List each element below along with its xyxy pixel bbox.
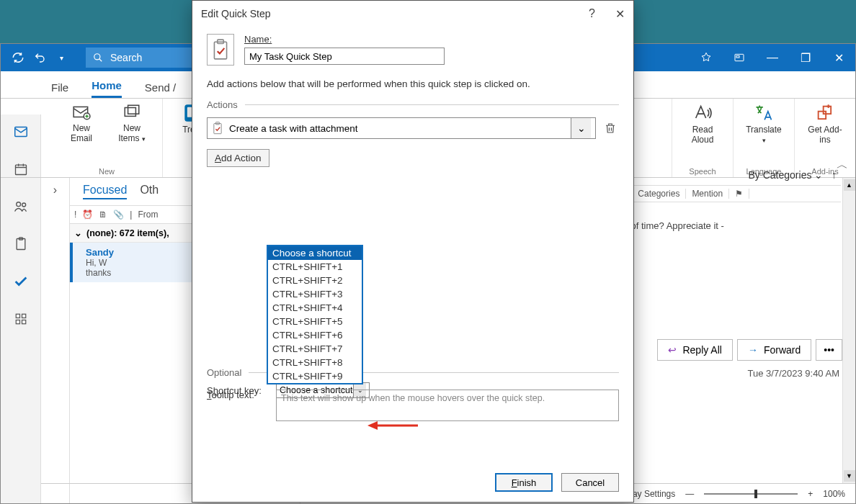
more-actions-button[interactable]: ••• — [816, 339, 842, 361]
scrollbar[interactable]: ▲ ▼ — [842, 178, 855, 483]
translate-label: Translate ▾ — [744, 125, 784, 145]
zoom-in-icon[interactable]: + — [808, 489, 813, 499]
svg-point-6 — [22, 203, 25, 207]
svg-rect-11 — [16, 320, 19, 324]
dialog-help-button[interactable]: ? — [589, 7, 595, 21]
arrange-by[interactable]: By Categories ⌄ ↑ — [603, 163, 841, 185]
tooltip-input[interactable]: This text will show up when the mouse ho… — [276, 390, 619, 421]
name-input[interactable] — [244, 48, 445, 65]
tab-home[interactable]: Home — [92, 79, 122, 98]
new-email-label: New Email — [61, 123, 102, 143]
list-item[interactable]: Choose a shortcut — [268, 246, 362, 260]
svg-rect-12 — [22, 320, 25, 324]
forward-button[interactable]: →Forward — [737, 339, 811, 361]
new-email-button[interactable]: New Email — [61, 103, 102, 143]
svg-rect-22 — [214, 42, 226, 59]
reply-all-button[interactable]: ↩Reply All — [657, 339, 732, 361]
shortcut-listbox[interactable]: Choose a shortcut CTRL+SHIFT+1 CTRL+SHIF… — [267, 245, 363, 384]
reply-all-icon: ↩ — [668, 344, 677, 356]
delete-action-button[interactable] — [602, 120, 619, 137]
list-item[interactable]: CTRL+SHIFT+9 — [268, 369, 362, 383]
maximize-button[interactable]: ❐ — [789, 44, 822, 71]
scroll-down-icon[interactable]: ▼ — [844, 470, 855, 482]
new-items-label: New Items ▾ — [112, 123, 152, 143]
svg-rect-24 — [214, 124, 221, 134]
folder-pane-collapse[interactable]: › — [41, 178, 70, 503]
zoom-slider[interactable] — [704, 493, 798, 495]
rail-apps-icon[interactable] — [12, 310, 30, 328]
svg-marker-27 — [367, 421, 378, 430]
close-button[interactable]: ✕ — [822, 44, 855, 71]
addins-icon — [815, 103, 835, 123]
svg-rect-2 — [736, 55, 739, 58]
instruction-text: Add actions below that will be performed… — [207, 78, 619, 89]
tab-send-receive[interactable]: Send / — [145, 81, 176, 98]
svg-rect-16 — [128, 105, 139, 114]
read-aloud-label: Read Aloud — [682, 125, 723, 145]
forward-icon: → — [748, 344, 758, 356]
trash-icon — [604, 122, 617, 135]
get-addins-button[interactable]: Get Add-ins — [805, 103, 845, 145]
coming-soon-icon[interactable] — [723, 44, 756, 71]
reading-columns: Size Categories Mention ⚑ — [603, 185, 841, 202]
list-item[interactable]: CTRL+SHIFT+8 — [268, 356, 362, 369]
svg-rect-9 — [16, 314, 19, 318]
dialog-titlebar: Edit Quick Step ? ✕ — [192, 1, 633, 27]
col-icon-icon[interactable]: 🗎 — [99, 210, 107, 220]
sync-icon[interactable] — [11, 50, 25, 65]
dialog-title: Edit Quick Step — [201, 8, 271, 19]
list-item[interactable]: CTRL+SHIFT+7 — [268, 342, 362, 356]
col-attach-icon[interactable]: 📎 — [113, 210, 124, 220]
mail-plus-icon — [71, 103, 92, 122]
premium-icon[interactable] — [690, 44, 723, 71]
search-icon — [93, 53, 103, 63]
rail-tasks-icon[interactable] — [12, 235, 30, 253]
svg-point-0 — [94, 54, 100, 60]
list-item[interactable]: CTRL+SHIFT+6 — [268, 328, 362, 342]
col-reminder-icon[interactable]: ⏰ — [82, 210, 93, 220]
translate-button[interactable]: Translate ▾ — [744, 103, 784, 145]
list-item[interactable]: CTRL+SHIFT+1 — [268, 260, 362, 274]
svg-rect-21 — [824, 107, 832, 114]
read-aloud-button[interactable]: Read Aloud — [682, 103, 723, 145]
svg-rect-15 — [125, 108, 135, 117]
translate-icon — [754, 103, 774, 123]
cancel-button[interactable]: Cancel — [561, 473, 619, 492]
clipboard-icon — [212, 122, 223, 135]
list-item[interactable]: CTRL+SHIFT+2 — [268, 274, 362, 287]
action-dropdown-icon[interactable]: ⌄ — [571, 118, 591, 138]
rail-todo-icon[interactable] — [12, 273, 30, 290]
list-item[interactable]: CTRL+SHIFT+3 — [268, 287, 362, 301]
group-new-label: New — [99, 167, 115, 177]
svg-rect-20 — [819, 112, 826, 120]
dialog-close-button[interactable]: ✕ — [615, 7, 625, 21]
zoom-out-icon[interactable]: — — [685, 489, 694, 499]
tab-other[interactable]: Oth — [140, 184, 159, 199]
thread-preview[interactable]: 57... head of time? Appreciate it - — [603, 202, 841, 238]
col-importance-icon[interactable]: ! — [74, 210, 76, 220]
action-select[interactable]: Create a task with attachment ⌄ — [207, 117, 596, 139]
received-time: Tue 3/7/2023 9:40 AM — [748, 368, 839, 379]
quick-step-icon[interactable] — [207, 34, 234, 66]
undo-icon[interactable] — [32, 50, 47, 65]
rail-people-icon[interactable] — [12, 198, 30, 215]
col-categories[interactable]: Categories — [632, 189, 686, 199]
add-action-button[interactable]: Add Action — [207, 149, 269, 167]
finish-button[interactable]: Finish — [495, 473, 553, 492]
svg-rect-10 — [22, 314, 25, 318]
tab-focused[interactable]: Focused — [83, 184, 127, 199]
chevron-down-icon: ⌄ — [74, 228, 82, 238]
list-item[interactable]: CTRL+SHIFT+4 — [268, 301, 362, 315]
col-from[interactable]: From — [138, 210, 158, 220]
titlebar-dropdown-icon[interactable]: ▾ — [54, 50, 68, 65]
col-flag-icon[interactable]: ⚑ — [729, 189, 749, 199]
list-item[interactable]: CTRL+SHIFT+5 — [268, 315, 362, 328]
read-aloud-icon — [692, 103, 713, 123]
annotation-arrow — [367, 420, 418, 431]
scroll-up-icon[interactable]: ▲ — [844, 179, 855, 191]
tab-file[interactable]: File — [51, 81, 68, 98]
col-mention[interactable]: Mention — [686, 189, 729, 199]
minimize-button[interactable]: — — [756, 44, 789, 71]
display-settings[interactable]: lay Settings — [630, 489, 675, 499]
new-items-button[interactable]: New Items ▾ — [112, 103, 152, 143]
